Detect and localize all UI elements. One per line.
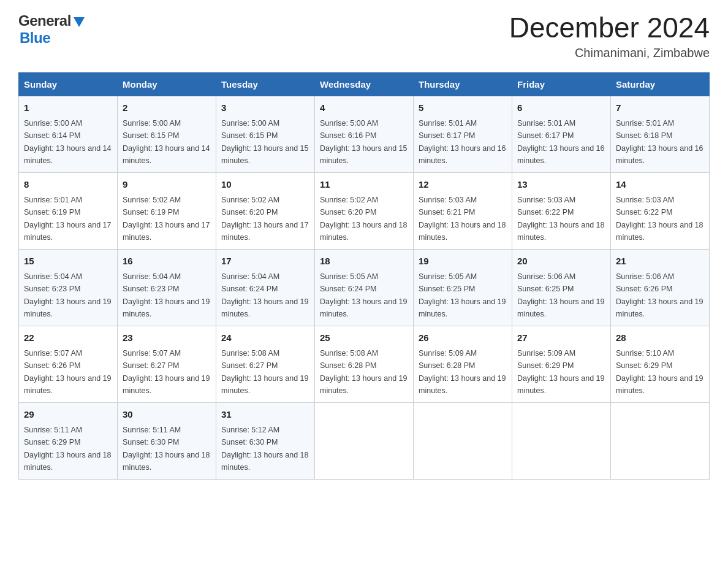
calendar-cell: 18 Sunrise: 5:05 AMSunset: 6:24 PMDaylig…: [315, 249, 414, 326]
day-info: Sunrise: 5:09 AMSunset: 6:28 PMDaylight:…: [419, 349, 506, 395]
calendar-cell: 9 Sunrise: 5:02 AMSunset: 6:19 PMDayligh…: [118, 172, 216, 249]
day-number: 4: [320, 101, 408, 115]
day-info: Sunrise: 5:02 AMSunset: 6:20 PMDaylight:…: [320, 196, 407, 242]
calendar-cell: 3 Sunrise: 5:00 AMSunset: 6:15 PMDayligh…: [216, 96, 315, 172]
calendar-cell: 11 Sunrise: 5:02 AMSunset: 6:20 PMDaylig…: [315, 172, 414, 249]
day-number: 14: [616, 178, 704, 192]
calendar-cell: 22 Sunrise: 5:07 AMSunset: 6:26 PMDaylig…: [19, 326, 118, 402]
week-row-2: 8 Sunrise: 5:01 AMSunset: 6:19 PMDayligh…: [19, 172, 710, 249]
calendar-cell: 23 Sunrise: 5:07 AMSunset: 6:27 PMDaylig…: [118, 326, 216, 402]
calendar-cell: 14 Sunrise: 5:03 AMSunset: 6:22 PMDaylig…: [611, 172, 710, 249]
day-info: Sunrise: 5:12 AMSunset: 6:30 PMDaylight:…: [221, 426, 308, 472]
header-day-sunday: Sunday: [19, 72, 118, 96]
calendar-cell: 6 Sunrise: 5:01 AMSunset: 6:17 PMDayligh…: [512, 96, 611, 172]
calendar-cell: 21 Sunrise: 5:06 AMSunset: 6:26 PMDaylig…: [611, 249, 710, 326]
calendar-table: SundayMondayTuesdayWednesdayThursdayFrid…: [18, 72, 710, 480]
day-number: 16: [123, 255, 211, 269]
day-info: Sunrise: 5:05 AMSunset: 6:25 PMDaylight:…: [419, 272, 506, 318]
day-number: 9: [123, 178, 211, 192]
svg-marker-0: [74, 17, 85, 27]
day-info: Sunrise: 5:00 AMSunset: 6:16 PMDaylight:…: [320, 119, 407, 165]
day-number: 29: [24, 408, 112, 422]
header-day-monday: Monday: [118, 72, 216, 96]
logo: General Blue: [18, 12, 86, 47]
day-number: 20: [517, 255, 605, 269]
day-info: Sunrise: 5:01 AMSunset: 6:17 PMDaylight:…: [419, 119, 506, 165]
day-number: 31: [221, 408, 309, 422]
day-info: Sunrise: 5:07 AMSunset: 6:27 PMDaylight:…: [123, 349, 210, 395]
day-info: Sunrise: 5:10 AMSunset: 6:29 PMDaylight:…: [616, 349, 703, 395]
day-info: Sunrise: 5:04 AMSunset: 6:23 PMDaylight:…: [123, 272, 210, 318]
day-info: Sunrise: 5:07 AMSunset: 6:26 PMDaylight:…: [24, 349, 111, 395]
day-number: 15: [24, 255, 112, 269]
day-number: 1: [24, 101, 112, 115]
calendar-cell: 31 Sunrise: 5:12 AMSunset: 6:30 PMDaylig…: [216, 402, 315, 479]
calendar-cell: 4 Sunrise: 5:00 AMSunset: 6:16 PMDayligh…: [315, 96, 414, 172]
calendar-cell: 10 Sunrise: 5:02 AMSunset: 6:20 PMDaylig…: [216, 172, 315, 249]
header-day-saturday: Saturday: [611, 72, 710, 96]
day-info: Sunrise: 5:01 AMSunset: 6:18 PMDaylight:…: [616, 119, 703, 165]
calendar-cell: 24 Sunrise: 5:08 AMSunset: 6:27 PMDaylig…: [216, 326, 315, 402]
month-year-title: December 2024: [509, 12, 710, 44]
calendar-cell: 15 Sunrise: 5:04 AMSunset: 6:23 PMDaylig…: [19, 249, 118, 326]
day-number: 17: [221, 255, 309, 269]
day-info: Sunrise: 5:01 AMSunset: 6:19 PMDaylight:…: [24, 196, 111, 242]
day-number: 7: [616, 101, 704, 115]
day-number: 2: [123, 101, 211, 115]
day-number: 27: [517, 331, 605, 345]
calendar-cell: 20 Sunrise: 5:06 AMSunset: 6:25 PMDaylig…: [512, 249, 611, 326]
calendar-cell: [414, 402, 512, 479]
calendar-cell: 7 Sunrise: 5:01 AMSunset: 6:18 PMDayligh…: [611, 96, 710, 172]
calendar-cell: 13 Sunrise: 5:03 AMSunset: 6:22 PMDaylig…: [512, 172, 611, 249]
calendar-cell: 27 Sunrise: 5:09 AMSunset: 6:29 PMDaylig…: [512, 326, 611, 402]
day-number: 28: [616, 331, 704, 345]
calendar-cell: 5 Sunrise: 5:01 AMSunset: 6:17 PMDayligh…: [414, 96, 512, 172]
page-header: General Blue December 2024 Chimanimani, …: [18, 12, 710, 60]
calendar-cell: 1 Sunrise: 5:00 AMSunset: 6:14 PMDayligh…: [19, 96, 118, 172]
title-area: December 2024 Chimanimani, Zimbabwe: [509, 12, 710, 60]
day-number: 10: [221, 178, 309, 192]
week-row-3: 15 Sunrise: 5:04 AMSunset: 6:23 PMDaylig…: [19, 249, 710, 326]
calendar-cell: [512, 402, 611, 479]
day-info: Sunrise: 5:03 AMSunset: 6:22 PMDaylight:…: [517, 196, 604, 242]
day-number: 11: [320, 178, 408, 192]
day-number: 25: [320, 331, 408, 345]
week-row-4: 22 Sunrise: 5:07 AMSunset: 6:26 PMDaylig…: [19, 326, 710, 402]
day-info: Sunrise: 5:09 AMSunset: 6:29 PMDaylight:…: [517, 349, 604, 395]
day-info: Sunrise: 5:04 AMSunset: 6:23 PMDaylight:…: [24, 272, 111, 318]
header-day-wednesday: Wednesday: [315, 72, 414, 96]
day-number: 30: [123, 408, 211, 422]
day-info: Sunrise: 5:03 AMSunset: 6:21 PMDaylight:…: [419, 196, 506, 242]
day-number: 19: [419, 255, 507, 269]
header-day-tuesday: Tuesday: [216, 72, 315, 96]
calendar-body: 1 Sunrise: 5:00 AMSunset: 6:14 PMDayligh…: [19, 96, 710, 479]
day-number: 22: [24, 331, 112, 345]
logo-blue-text: Blue: [20, 29, 50, 46]
logo-general-text: General: [18, 12, 71, 29]
day-info: Sunrise: 5:08 AMSunset: 6:28 PMDaylight:…: [320, 349, 407, 395]
day-info: Sunrise: 5:04 AMSunset: 6:24 PMDaylight:…: [221, 272, 308, 318]
day-info: Sunrise: 5:02 AMSunset: 6:19 PMDaylight:…: [123, 196, 210, 242]
day-info: Sunrise: 5:11 AMSunset: 6:29 PMDaylight:…: [24, 426, 111, 472]
calendar-cell: 26 Sunrise: 5:09 AMSunset: 6:28 PMDaylig…: [414, 326, 512, 402]
week-row-5: 29 Sunrise: 5:11 AMSunset: 6:29 PMDaylig…: [19, 402, 710, 479]
day-info: Sunrise: 5:00 AMSunset: 6:15 PMDaylight:…: [123, 119, 210, 165]
day-info: Sunrise: 5:03 AMSunset: 6:22 PMDaylight:…: [616, 196, 703, 242]
day-info: Sunrise: 5:02 AMSunset: 6:20 PMDaylight:…: [221, 196, 308, 242]
day-number: 6: [517, 101, 605, 115]
day-info: Sunrise: 5:05 AMSunset: 6:24 PMDaylight:…: [320, 272, 407, 318]
day-info: Sunrise: 5:08 AMSunset: 6:27 PMDaylight:…: [221, 349, 308, 395]
day-info: Sunrise: 5:11 AMSunset: 6:30 PMDaylight:…: [123, 426, 210, 472]
day-info: Sunrise: 5:06 AMSunset: 6:26 PMDaylight:…: [616, 272, 703, 318]
day-info: Sunrise: 5:01 AMSunset: 6:17 PMDaylight:…: [517, 119, 604, 165]
calendar-cell: 2 Sunrise: 5:00 AMSunset: 6:15 PMDayligh…: [118, 96, 216, 172]
calendar-cell: [611, 402, 710, 479]
calendar-cell: [315, 402, 414, 479]
day-number: 8: [24, 178, 112, 192]
calendar-cell: 8 Sunrise: 5:01 AMSunset: 6:19 PMDayligh…: [19, 172, 118, 249]
day-info: Sunrise: 5:00 AMSunset: 6:15 PMDaylight:…: [221, 119, 308, 165]
day-number: 24: [221, 331, 309, 345]
day-number: 26: [419, 331, 507, 345]
day-info: Sunrise: 5:00 AMSunset: 6:14 PMDaylight:…: [24, 119, 111, 165]
calendar-cell: 28 Sunrise: 5:10 AMSunset: 6:29 PMDaylig…: [611, 326, 710, 402]
